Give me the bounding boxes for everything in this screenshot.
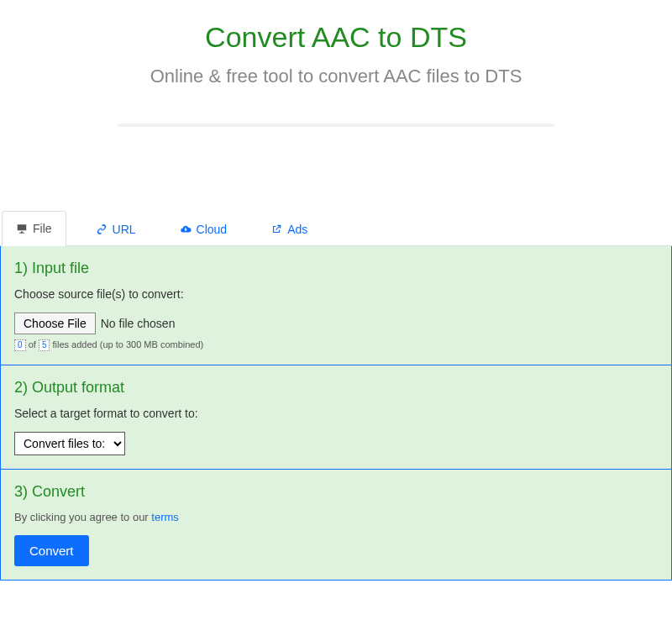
page-subtitle: Online & free tool to convert AAC files … [118,62,554,90]
terms-link[interactable]: terms [151,511,179,523]
step2-text: Select a target format to convert to: [14,407,658,420]
monitor-icon [16,223,28,234]
file-counter-max: 5 [39,339,50,351]
tab-url[interactable]: URL [81,211,150,246]
file-counter-suffix: files added (up to 300 MB combined) [53,339,204,349]
tab-file-label: File [33,222,52,235]
external-link-icon [270,223,282,235]
step-convert: 3) Convert By clicking you agree to our … [1,469,671,580]
tab-ads-label: Ads [287,223,307,236]
step2-title: 2) Output format [14,379,658,397]
choose-file-button[interactable]: Choose File [14,313,96,334]
step3-title: 3) Convert [14,483,658,501]
step-input-file: 1) Input file Choose source file(s) to c… [1,246,671,365]
file-input-row: Choose File No file chosen [14,313,658,334]
tab-file[interactable]: File [2,211,66,246]
step-output-format: 2) Output format Select a target format … [1,365,671,469]
panel-wrap: 1) Input file Choose source file(s) to c… [0,246,672,581]
divider [118,123,554,127]
no-file-chosen-text: No file chosen [101,317,176,330]
tab-ads[interactable]: Ads [256,211,322,246]
file-counter: 0 of 5 files added (up to 300 MB combine… [14,339,658,351]
cloud-download-icon [180,223,192,235]
step1-title: 1) Input file [14,260,658,277]
file-counter-current: 0 [14,339,26,351]
tab-cloud-label: Cloud [197,223,228,236]
page-title: Convert AAC to DTS [17,21,655,54]
tabs-bar: File URL Cloud Ads [0,211,672,246]
file-counter-of: of [29,339,36,349]
header: Convert AAC to DTS Online & free tool to… [0,0,672,211]
format-select-wrap: Convert files to: [14,432,125,455]
tab-url-label: URL [113,223,136,236]
link-icon [96,223,108,235]
terms-row: By clicking you agree to our terms [14,511,658,523]
convert-button[interactable]: Convert [14,535,89,566]
step1-text: Choose source file(s) to convert: [14,287,658,301]
format-select[interactable]: Convert files to: [14,432,125,455]
terms-prefix: By clicking you agree to our [14,511,151,523]
tab-cloud[interactable]: Cloud [165,211,242,246]
